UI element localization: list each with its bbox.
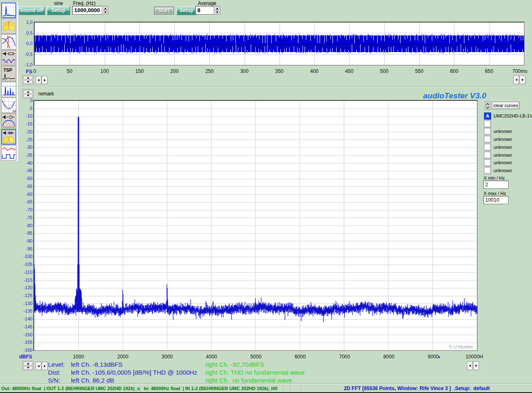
fft-y-unit-label: dBFS <box>19 354 32 360</box>
freq-spinner[interactable] <box>102 6 108 15</box>
scope-x-tick-label: 50 <box>56 68 83 74</box>
fft-y-tick-label: -60 <box>18 192 33 197</box>
fft-y-tick-label: -145 <box>18 324 33 329</box>
sound-toggle-button[interactable]: Sound off <box>18 6 45 15</box>
scope-v-spinner[interactable] <box>23 75 33 85</box>
curve-spin-down[interactable] <box>486 106 489 109</box>
scope-spin-up[interactable] <box>23 76 33 80</box>
fft-y-tick-label: -20 <box>18 129 33 134</box>
fft-y-tick-label: -140 <box>18 316 33 321</box>
remark-spinner[interactable] <box>23 89 33 98</box>
fft-scroll-right2[interactable] <box>473 361 479 370</box>
section-separator <box>0 86 532 87</box>
dist-left-value: left Ch. -105,6/0,0005 [dB/%] THD @ 1000… <box>71 369 197 376</box>
curve-checkbox-5[interactable] <box>484 152 491 159</box>
dist-right-value: right Ch. THD no fundamental wave <box>205 369 305 376</box>
scope-x-tick-label: 0 <box>21 68 48 74</box>
scope-y-unit-label: FS <box>26 69 32 75</box>
scope-y-tick-label: 0,0 <box>18 41 33 46</box>
sidebar-icon-fft-analyzer[interactable] <box>1 3 16 18</box>
scope-h-scroll-left-pair[interactable] <box>35 76 48 84</box>
fft-scroll-left[interactable] <box>35 362 41 370</box>
sidebar-icon-wave-player[interactable] <box>1 129 16 145</box>
fft-spin-down[interactable] <box>23 366 33 370</box>
fft-h-scroll-left-pair[interactable] <box>35 362 48 370</box>
fft-x-tick-label: 1000 <box>65 354 92 360</box>
start-button[interactable]: Start <box>154 7 174 15</box>
app-title: audioTester V3.0 <box>423 91 486 100</box>
fft-x-tick-label: 6000 <box>287 354 314 360</box>
scope-plot[interactable] <box>34 22 524 65</box>
curve-checkbox-0[interactable]: A <box>484 113 491 120</box>
curve-checkbox-3[interactable] <box>484 136 491 143</box>
fft-scroll-left2[interactable] <box>467 361 473 370</box>
average-spinner[interactable] <box>214 6 220 15</box>
curve-label-3: unknown <box>494 137 512 142</box>
average-input[interactable]: 8 <box>195 6 215 15</box>
curve-spin-up[interactable] <box>486 102 489 105</box>
fft-spin-up[interactable] <box>23 362 33 365</box>
fft-x-tick-label: 10000H <box>461 354 488 360</box>
sidebar-icon-signal-generator[interactable] <box>1 145 16 160</box>
freq-spin-down[interactable] <box>103 10 108 14</box>
fft-y-tick-label: -155 <box>18 340 33 345</box>
sidebar-icon-thd-meter[interactable] <box>1 50 16 65</box>
scope-scroll-left2[interactable] <box>513 75 519 84</box>
status-fft-info: 2D FFT [65536 Points, Window: Rife Vince… <box>302 385 532 391</box>
fft-y-tick-label: -95 <box>18 246 33 251</box>
remark-spin-down[interactable] <box>23 94 33 98</box>
sidebar-icon-multi-tone-fft[interactable] <box>1 82 16 97</box>
scope-x-tick-label: 400 <box>301 68 328 74</box>
fft-y-tick-label: -30 <box>18 145 33 150</box>
sidebar-icon-frequency-response[interactable] <box>1 113 16 129</box>
average-spin-up[interactable] <box>214 7 219 10</box>
fft-h-scroll-right-pair[interactable] <box>467 361 479 370</box>
sidebar-icon-tsp-measurement[interactable]: TSP <box>1 66 16 81</box>
curve-label-4: unknown <box>494 145 512 150</box>
scope-h-scroll-right-pair[interactable] <box>513 75 525 84</box>
scope-spin-down[interactable] <box>23 80 33 84</box>
xmax-input[interactable]: 10010 <box>483 196 509 204</box>
fft-x-tick-label: 5000 <box>242 354 269 360</box>
scope-x-tick-label: 550 <box>406 68 433 74</box>
fft-x-tick-label: 4000 <box>198 354 225 360</box>
curve-checkbox-4[interactable] <box>484 144 491 151</box>
status-output-device: Out: 48000Hz float | OUT 1-2 (BEHRINGER … <box>1 386 140 391</box>
fft-v-spinner[interactable] <box>23 361 33 370</box>
xmin-label: X min / Hz <box>484 175 505 180</box>
analyzer-setup-button[interactable]: Setup <box>176 6 197 15</box>
fft-x-tick-label: 3000 <box>154 354 181 360</box>
fft-scroll-right[interactable] <box>42 362 48 370</box>
sidebar-icon-wave-file[interactable] <box>1 18 16 34</box>
fft-y-tick-label: -125 <box>18 293 33 298</box>
scope-scroll-right[interactable] <box>42 76 48 84</box>
fft-y-tick-label: -10 <box>18 113 33 118</box>
remark-label: remark <box>38 91 54 97</box>
xmin-input[interactable]: 2 <box>483 180 509 189</box>
generator-setup-button[interactable]: Setup <box>47 6 70 15</box>
svg-text:© U.Mueller: © U.Mueller <box>449 344 474 349</box>
tool-sidebar: TSPω <box>0 2 19 162</box>
scope-scroll-left[interactable] <box>35 76 41 84</box>
sidebar-icon-crossover-curves[interactable] <box>1 34 16 50</box>
fft-y-tick-label: -5 <box>18 106 33 111</box>
curve-checkbox-2[interactable] <box>484 128 491 135</box>
freq-spin-up[interactable] <box>103 7 108 10</box>
curve-checkbox-6[interactable] <box>484 159 491 166</box>
fft-plot[interactable]: © U.Mueller <box>33 100 478 351</box>
curve-checkbox-7[interactable] <box>484 167 491 174</box>
remark-spin-up[interactable] <box>23 90 33 94</box>
freq-input[interactable]: 1000,0000 <box>72 6 102 15</box>
curve-checkbox-1[interactable] <box>484 120 491 128</box>
fft-y-tick-label: -55 <box>18 184 33 189</box>
average-spin-down[interactable] <box>214 10 219 14</box>
fft-spectrum: © U.Mueller <box>34 101 477 350</box>
scope-y-tick-label: -0,5 <box>18 52 33 57</box>
curve-label-5: unknown <box>494 153 512 158</box>
level-right-value: right Ch. -92,70dBFS <box>205 361 264 368</box>
clear-curves-button[interactable]: clear curves <box>492 102 519 109</box>
curve-select-spinner[interactable] <box>485 101 490 110</box>
fft-y-tick-label: -135 <box>18 308 33 313</box>
sidebar-icon-impedance-curve[interactable]: ω <box>1 98 16 113</box>
scope-scroll-right2[interactable] <box>519 75 525 84</box>
